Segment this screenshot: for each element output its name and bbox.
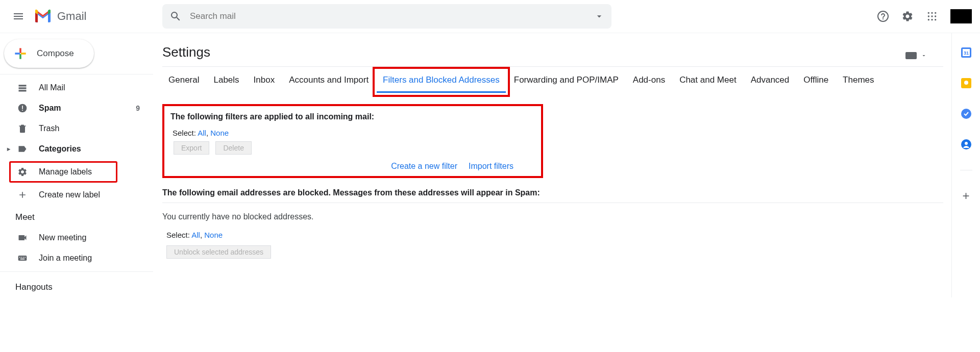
body: Compose All Mail Spam 9 Trash ▸ Categori… [0, 33, 980, 297]
gear-icon [901, 10, 914, 22]
sidebar-label: Manage labels [39, 167, 92, 177]
spam-icon [17, 103, 28, 113]
tasks-app-button[interactable] [961, 109, 971, 119]
blocked-section: The following email addresses are blocke… [162, 186, 943, 263]
svg-rect-22 [905, 52, 917, 59]
camera-icon [17, 233, 28, 243]
side-panel: 31 + [951, 33, 980, 297]
sidebar-item-manage-labels[interactable]: Manage labels [9, 161, 117, 183]
sidebar-label: All Mail [39, 83, 65, 92]
svg-rect-12 [21, 53, 26, 55]
contacts-app-button[interactable] [961, 139, 971, 149]
tab-advanced[interactable]: Advanced [745, 72, 796, 93]
sidebar-divider-2 [0, 271, 153, 272]
create-filter-link[interactable]: Create a new filter [391, 162, 457, 171]
hamburger-icon [12, 10, 24, 22]
search-icon [169, 10, 182, 22]
sidebar-item-new-meeting[interactable]: New meeting [0, 228, 153, 248]
compose-button[interactable]: Compose [4, 39, 94, 68]
svg-rect-15 [22, 110, 23, 111]
sidebar-label: Join a meeting [39, 254, 92, 263]
select-none-link[interactable]: None [210, 129, 229, 137]
plus-icon [17, 190, 28, 200]
svg-point-7 [931, 19, 933, 20]
add-app-button[interactable]: + [961, 191, 971, 201]
sidebar: Compose All Mail Spam 9 Trash ▸ Categori… [0, 33, 153, 297]
tab-accounts-and-import[interactable]: Accounts and Import [283, 72, 375, 93]
sidebar-item-categories[interactable]: ▸ Categories [0, 139, 153, 159]
header: Gmail [0, 0, 980, 33]
blocked-select-all-link[interactable]: All [191, 231, 200, 239]
apps-button[interactable] [922, 6, 942, 27]
svg-rect-21 [20, 259, 24, 260]
blocked-heading: The following email addresses are blocke… [162, 186, 943, 203]
svg-point-4 [931, 15, 933, 17]
tab-themes[interactable]: Themes [837, 72, 880, 93]
tab-inbox[interactable]: Inbox [248, 72, 281, 93]
keyboard-icon [17, 253, 28, 263]
sidebar-item-join-meeting[interactable]: Join a meeting [0, 248, 153, 268]
support-button[interactable] [873, 6, 893, 27]
search-input[interactable] [190, 11, 594, 21]
expand-icon: ▸ [7, 145, 10, 153]
search-bar[interactable] [162, 4, 611, 29]
svg-point-8 [935, 19, 936, 20]
filters-section: The following filters are applied to all… [162, 104, 543, 178]
import-filters-link[interactable]: Import filters [469, 162, 513, 171]
svg-rect-19 [23, 257, 24, 258]
tab-general[interactable]: General [162, 72, 205, 93]
trash-icon [17, 123, 28, 134]
compose-label: Compose [37, 48, 74, 59]
tab-add-ons[interactable]: Add-ons [627, 72, 671, 93]
select-all-link[interactable]: All [198, 129, 206, 137]
tab-offline[interactable]: Offline [797, 72, 835, 93]
main-menu-button[interactable] [6, 4, 31, 29]
sidebar-item-create-label[interactable]: Create new label [0, 185, 153, 205]
svg-point-27 [964, 81, 968, 85]
keep-app-button[interactable] [961, 78, 971, 88]
stack-icon [17, 83, 28, 93]
blocked-select-row: Select: All, None [162, 229, 943, 243]
tab-filters-and-blocked-addresses[interactable]: Filters and Blocked Addresses [377, 72, 506, 93]
svg-rect-9 [19, 48, 21, 53]
header-actions [873, 6, 972, 27]
gmail-logo[interactable]: Gmail [33, 6, 86, 27]
search-options-icon[interactable] [594, 11, 604, 21]
settings-button[interactable] [897, 6, 918, 27]
meet-section-header: Meet [0, 205, 153, 228]
hangouts-section-header: Hangouts [0, 275, 153, 297]
label-icon [17, 144, 28, 154]
svg-rect-16 [18, 256, 27, 261]
svg-point-2 [935, 12, 936, 14]
calendar-app-button[interactable]: 31 [961, 47, 971, 58]
sidebar-item-allmail[interactable]: All Mail [0, 78, 153, 98]
settings-content: Settings GeneralLabelsInboxAccounts and … [153, 33, 951, 297]
sidebar-label: Spam [39, 104, 61, 113]
select-label: Select: [166, 231, 190, 239]
filter-action-links: Create a new filter Import filters [170, 159, 535, 171]
settings-tabs: GeneralLabelsInboxAccounts and ImportFil… [162, 66, 943, 93]
svg-text:31: 31 [963, 51, 968, 56]
blocked-select-none-link[interactable]: None [204, 231, 223, 239]
input-tools[interactable] [905, 52, 927, 59]
sidebar-divider [0, 74, 153, 74]
tab-chat-and-meet[interactable]: Chat and Meet [673, 72, 743, 93]
filters-heading: The following filters are applied to all… [170, 110, 535, 127]
spam-count: 9 [136, 104, 140, 112]
svg-point-0 [928, 12, 929, 14]
svg-rect-14 [22, 106, 23, 109]
chevron-down-icon [921, 53, 927, 59]
gmail-icon [33, 6, 53, 27]
svg-rect-10 [19, 54, 21, 59]
sidebar-label: Categories [39, 144, 81, 154]
sidebar-item-spam[interactable]: Spam 9 [0, 98, 153, 118]
svg-rect-17 [19, 257, 20, 258]
tab-labels[interactable]: Labels [207, 72, 245, 93]
svg-point-6 [928, 19, 929, 20]
sidebar-item-trash[interactable]: Trash [0, 118, 153, 139]
svg-point-28 [961, 109, 971, 119]
page-title: Settings [162, 44, 210, 60]
svg-point-5 [935, 15, 936, 17]
account-avatar[interactable] [950, 9, 972, 23]
tab-forwarding-and-pop-imap[interactable]: Forwarding and POP/IMAP [508, 72, 625, 93]
